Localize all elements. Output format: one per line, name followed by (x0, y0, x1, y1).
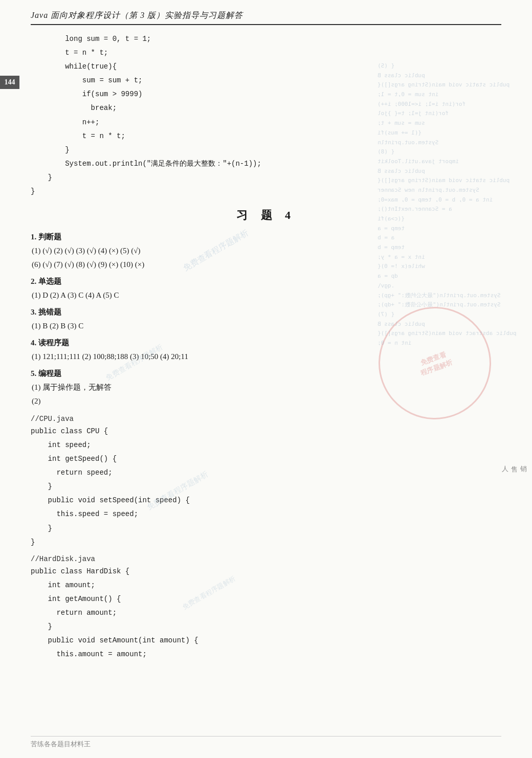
hd-line-3: int getAmount() { (31, 593, 501, 605)
cpu-line-5: } (31, 481, 501, 493)
section-5-content-1: (1) 属于操作题，无解答 (32, 381, 501, 394)
section-5-content-2: (2) (32, 394, 501, 408)
code-top-line-6: break; (31, 102, 501, 114)
footer-text: 苦练各各题目材料王 (31, 740, 91, 748)
harddisk-comment: //HardDisk.java (31, 553, 501, 566)
section-2-content-1: (1) D (2) A (3) C (4) A (5) C (32, 288, 501, 302)
code-top-line-9: } (31, 144, 501, 156)
code-top-line-5: if(sum > 9999) (31, 88, 501, 100)
cpu-line-4: return speed; (31, 467, 501, 479)
code-top-line-12: } (31, 186, 501, 197)
section-3: 3. 挑错题 (1) B (2) B (3) C (31, 307, 501, 333)
section-3-content-1: (1) B (2) B (3) C (32, 319, 501, 333)
code-top-line-3: while(true){ (31, 61, 501, 73)
section-5-label: 5. 编程题 (31, 369, 501, 378)
code-top-line-8: t = n * t; (31, 130, 501, 142)
cpu-line-3: int getSpeed() { (31, 453, 501, 465)
section-main-title: 习 题 4 (31, 208, 501, 223)
page-number: 144 (0, 76, 19, 89)
section-1-label: 1. 判断题 (31, 232, 501, 242)
hd-line-1: public class HardDisk { (31, 566, 501, 577)
page-footer: 苦练各各题目材料王 (31, 736, 501, 749)
page-header: Java 面向对象程序设计（第 3 版）实验指导与习题解答 (31, 10, 501, 25)
section-2-label: 2. 单选题 (31, 277, 501, 286)
cpu-line-6: public void setSpeed(int speed) { (31, 495, 501, 506)
section-1-content-2: (6) (√) (7) (√) (8) (√) (9) (×) (10) (×) (32, 258, 501, 272)
cpu-line-2: int speed; (31, 439, 501, 451)
hd-line-4: return amount; (31, 607, 501, 619)
code-top-line-7: n++; (31, 117, 501, 128)
cpu-line-8: } (31, 523, 501, 534)
cpu-line-9: } (31, 537, 501, 548)
code-top-line-10: System.out.println("满足条件的最大整数："+(n-1)); (31, 158, 501, 170)
header-title: Java 面向对象程序设计（第 3 版）实验指导与习题解答 (31, 11, 243, 19)
page-container: Java 面向对象程序设计（第 3 版）实验指导与习题解答 144 long s… (0, 0, 532, 758)
hd-line-2: int amount; (31, 579, 501, 591)
section-1: 1. 判断题 (1) (√) (2) (√) (3) (√) (4) (×) (… (31, 232, 501, 272)
section-4: 4. 读程序题 (1) 121;111;111 (2) 100;88;188 (… (31, 338, 501, 364)
hd-line-6: public void setAmount(int amount) { (31, 635, 501, 646)
cpu-comment: //CPU.java (31, 413, 501, 426)
code-top-line-11: } (31, 172, 501, 184)
section-3-label: 3. 挑错题 (31, 307, 501, 317)
cpu-line-7: this.speed = speed; (31, 508, 501, 520)
code-top-section: long sum = 0, t = 1; t = n * t; while(tr… (31, 33, 501, 197)
section-2: 2. 单选题 (1) D (2) A (3) C (4) A (5) C (31, 277, 501, 302)
harddisk-code-section: //HardDisk.java public class HardDisk { … (31, 553, 501, 660)
hd-line-5: } (31, 621, 501, 633)
hd-line-7: this.amount = amount; (31, 649, 501, 660)
section-5: 5. 编程题 (1) 属于操作题，无解答 (2) (31, 369, 501, 408)
cpu-code-section: //CPU.java public class CPU { int speed;… (31, 413, 501, 548)
section-4-label: 4. 读程序题 (31, 338, 501, 348)
section-4-content-1: (1) 121;111;111 (2) 100;88;188 (3) 10;50… (32, 350, 501, 364)
section-1-content-1: (1) (√) (2) (√) (3) (√) (4) (×) (5) (√) (32, 244, 501, 258)
code-top-line-1: long sum = 0, t = 1; (31, 33, 501, 45)
code-top-line-2: t = n * t; (31, 47, 501, 59)
code-top-line-4: sum = sum + t; (31, 75, 501, 86)
cpu-line-1: public class CPU { (31, 426, 501, 437)
